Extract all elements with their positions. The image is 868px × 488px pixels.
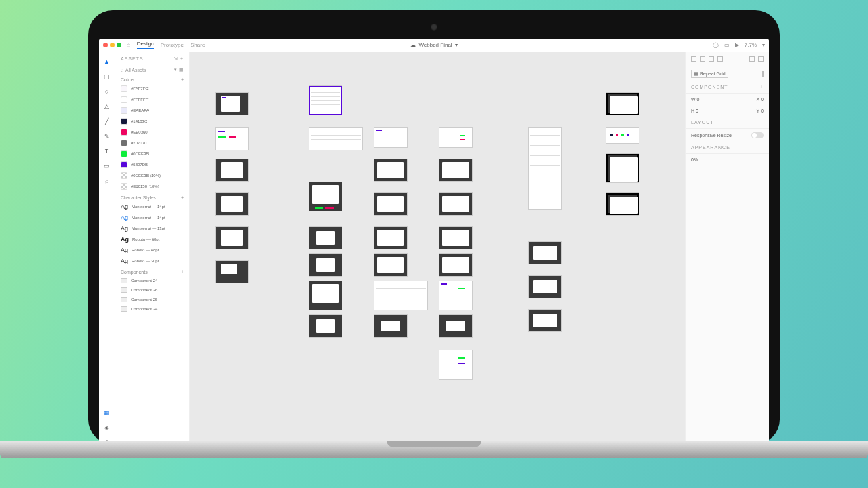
polygon-tool-icon[interactable]: △ — [103, 102, 111, 110]
add-component-icon[interactable]: + — [181, 270, 184, 274]
tab-prototype[interactable]: Prototype — [161, 42, 184, 48]
window-controls[interactable] — [103, 43, 121, 47]
artboard[interactable] — [216, 128, 248, 150]
artboard[interactable] — [374, 193, 407, 215]
add-icon[interactable]: + — [760, 85, 764, 89]
artboard[interactable] — [309, 128, 362, 150]
artboard[interactable] — [374, 254, 407, 276]
repeat-grid-button[interactable]: ▦ Repeat Grid — [691, 70, 728, 78]
artboard[interactable] — [439, 159, 472, 181]
artboard[interactable] — [309, 315, 342, 337]
artboard[interactable] — [529, 128, 561, 209]
artboard[interactable] — [529, 276, 561, 298]
ellipse-tool-icon[interactable]: ○ — [103, 87, 111, 96]
link-icon[interactable]: ⇲ — [174, 56, 178, 61]
distribute-v-icon[interactable] — [758, 56, 764, 62]
align-center-icon[interactable] — [700, 56, 705, 62]
artboard[interactable] — [374, 128, 407, 147]
add-icon[interactable]: + — [180, 56, 184, 61]
color-swatch-row[interactable]: #5807DB — [115, 159, 189, 170]
rectangle-tool-icon[interactable]: ▢ — [103, 73, 111, 81]
close-icon[interactable] — [103, 43, 108, 47]
artboard[interactable] — [529, 242, 561, 264]
height-input[interactable]: 0 — [696, 108, 698, 113]
layers-icon[interactable]: ◈ — [103, 424, 111, 432]
grid-view-icon[interactable]: ▦ — [179, 67, 184, 73]
minimize-icon[interactable] — [110, 43, 115, 47]
char-style-row[interactable]: AgMontserrat — 13pt — [115, 223, 189, 234]
document-title[interactable]: Webbed Final — [418, 42, 452, 48]
text-tool-icon[interactable]: T — [103, 147, 111, 155]
tab-design[interactable]: Design — [137, 41, 154, 49]
artboard[interactable] — [309, 182, 342, 211]
artboard[interactable] — [374, 159, 407, 181]
artboard[interactable] — [216, 159, 248, 181]
artboard[interactable] — [216, 193, 248, 215]
chevron-down-icon[interactable]: ▾ — [174, 67, 177, 73]
component-row[interactable]: Component 25 — [115, 295, 189, 304]
artboard[interactable] — [374, 227, 407, 249]
boolean-add-icon[interactable] — [762, 71, 764, 77]
color-swatch-row[interactable]: #0DEE3B (10%) — [115, 170, 189, 181]
align-left-icon[interactable] — [691, 56, 696, 62]
assets-icon[interactable]: ▦ — [103, 409, 111, 417]
distribute-h-icon[interactable] — [749, 56, 755, 62]
artboard[interactable] — [374, 315, 407, 337]
color-swatch-row[interactable]: #14183C — [115, 116, 189, 127]
artboard[interactable] — [606, 193, 639, 215]
select-tool-icon[interactable]: ▲ — [103, 58, 111, 66]
tab-share[interactable]: Share — [191, 42, 205, 48]
artboard[interactable] — [216, 227, 248, 249]
artboard[interactable] — [439, 281, 472, 310]
color-swatch-row[interactable]: #FAF7FC — [115, 83, 189, 94]
component-row[interactable]: Component 24 — [115, 276, 189, 285]
artboard[interactable] — [374, 281, 427, 310]
y-input[interactable]: 0 — [761, 108, 764, 113]
chevron-down-icon[interactable]: ▾ — [455, 42, 458, 48]
artboard[interactable] — [439, 254, 472, 276]
artboard-tool-icon[interactable]: ▭ — [103, 162, 111, 170]
chevron-down-icon[interactable]: ▾ — [762, 42, 765, 48]
artboard[interactable] — [439, 350, 472, 379]
maximize-icon[interactable] — [117, 43, 121, 47]
user-icon[interactable]: ◯ — [713, 42, 719, 48]
x-input[interactable]: 0 — [761, 97, 764, 102]
artboard[interactable] — [309, 227, 342, 249]
artboard[interactable] — [309, 254, 342, 276]
align-right-icon[interactable] — [709, 56, 714, 62]
zoom-level[interactable]: 7.7% — [745, 42, 757, 48]
char-style-row[interactable]: AgRoboto — 30pt — [115, 256, 189, 266]
char-style-row[interactable]: AgRoboto — 60pt — [115, 234, 189, 245]
color-swatch-row[interactable]: #EE0360 — [115, 127, 189, 138]
color-swatch-row[interactable]: #0DEE3B — [115, 148, 189, 159]
add-color-icon[interactable]: + — [181, 77, 184, 82]
canvas[interactable] — [190, 52, 685, 452]
line-tool-icon[interactable]: ╱ — [103, 117, 111, 125]
home-icon[interactable]: ⌂ — [127, 42, 130, 48]
color-swatch-row[interactable]: #707070 — [115, 138, 189, 148]
artboard[interactable] — [216, 261, 248, 283]
artboard[interactable] — [529, 310, 561, 331]
color-swatch-row[interactable]: #FFFFFF — [115, 94, 189, 105]
artboard[interactable] — [439, 227, 472, 249]
char-style-row[interactable]: AgMontserrat — 14pt — [115, 212, 189, 223]
artboard[interactable] — [309, 86, 342, 115]
width-input[interactable]: 0 — [697, 97, 700, 102]
pen-tool-icon[interactable]: ✎ — [103, 132, 111, 140]
artboard[interactable] — [309, 281, 342, 310]
responsive-toggle[interactable] — [751, 132, 764, 138]
artboard[interactable] — [606, 128, 639, 143]
artboard[interactable] — [606, 93, 639, 115]
align-top-icon[interactable] — [717, 56, 723, 62]
char-style-row[interactable]: AgRoboto — 48pt — [115, 245, 189, 256]
asset-filter[interactable]: All Assets — [125, 68, 146, 73]
color-swatch-row[interactable]: #EAEAFA — [115, 105, 189, 116]
color-swatch-row[interactable]: #E60150 (10%) — [115, 181, 189, 192]
artboard[interactable] — [439, 128, 472, 147]
artboard[interactable] — [216, 93, 248, 115]
artboard[interactable] — [439, 193, 472, 215]
artboard[interactable] — [439, 315, 472, 337]
char-style-row[interactable]: AgMontserrat — 14pt — [115, 201, 189, 212]
artboard[interactable] — [606, 154, 639, 182]
add-style-icon[interactable]: + — [181, 195, 184, 200]
